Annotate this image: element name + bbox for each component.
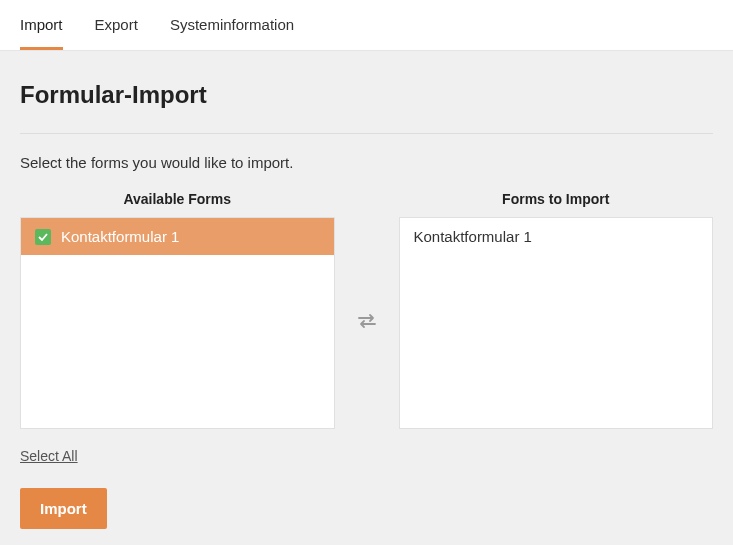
available-header: Available Forms	[20, 191, 335, 207]
divider	[20, 133, 713, 134]
tab-systeminfo[interactable]: Systeminformation	[170, 0, 294, 50]
arrows-icon	[356, 310, 378, 336]
transfer-arrows	[335, 191, 399, 429]
tab-bar: Import Export Systeminformation	[0, 0, 733, 51]
import-button[interactable]: Import	[20, 488, 107, 529]
page-title: Formular-Import	[20, 81, 713, 109]
select-all-link[interactable]: Select All	[20, 448, 78, 464]
list-item-label: Kontaktformular 1	[61, 228, 179, 245]
instruction-text: Select the forms you would like to impor…	[20, 154, 713, 171]
toimport-listbox[interactable]: Kontaktformular 1	[399, 217, 714, 429]
list-item-label: Kontaktformular 1	[414, 228, 532, 245]
list-item[interactable]: Kontaktformular 1	[400, 218, 713, 255]
toimport-header: Forms to Import	[399, 191, 714, 207]
check-icon	[35, 229, 51, 245]
available-listbox[interactable]: Kontaktformular 1	[20, 217, 335, 429]
toimport-column: Forms to Import Kontaktformular 1	[399, 191, 714, 429]
content-area: Formular-Import Select the forms you wou…	[0, 51, 733, 545]
tab-import[interactable]: Import	[20, 0, 63, 50]
transfer-columns: Available Forms Kontaktformular 1 Forms …	[20, 191, 713, 429]
available-column: Available Forms Kontaktformular 1	[20, 191, 335, 429]
tab-export[interactable]: Export	[95, 0, 138, 50]
list-item[interactable]: Kontaktformular 1	[21, 218, 334, 255]
